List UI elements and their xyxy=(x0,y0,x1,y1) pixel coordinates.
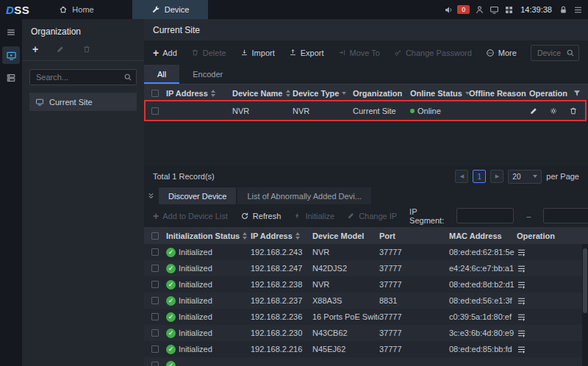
initialized-check-icon: ✓ xyxy=(166,312,176,322)
tab-all[interactable]: All xyxy=(144,65,179,84)
table-row[interactable]: ✓Initialized 192.168.2.237 X88A3S 8831 0… xyxy=(144,293,588,309)
row-checkbox[interactable] xyxy=(151,329,159,337)
initialized-check-icon: ✓ xyxy=(166,361,176,366)
initialized-check-icon: ✓ xyxy=(166,264,176,273)
tab-device[interactable]: Device xyxy=(132,0,209,19)
change-password-button[interactable]: Change Password xyxy=(394,49,472,57)
row-checkbox[interactable] xyxy=(151,107,159,115)
funnel-filter-icon[interactable] xyxy=(573,89,581,98)
rail-device-nav[interactable] xyxy=(2,46,20,64)
add-to-list-icon[interactable] xyxy=(517,296,526,306)
row-checkbox[interactable] xyxy=(151,313,159,320)
table-row[interactable]: ✓Initialized 192.168.2.243 NVR 37777 08:… xyxy=(144,244,588,260)
table-row[interactable]: ✓Initialized 192.168.2.236 16 Ports PoE … xyxy=(144,309,588,325)
add-to-list-icon[interactable] xyxy=(517,264,526,273)
device-config-icon[interactable] xyxy=(549,107,558,115)
select-all-checkbox[interactable] xyxy=(151,90,159,97)
monitor-icon[interactable] xyxy=(490,5,499,15)
tab-discover-device[interactable]: Discover Device xyxy=(159,187,236,204)
cell-port: 37777 xyxy=(379,329,449,337)
search-icon[interactable] xyxy=(566,49,575,57)
edit-icon[interactable] xyxy=(529,107,538,115)
tab-abnormally-added[interactable]: List of Abnormally Added Devi... xyxy=(237,187,370,204)
add-to-list-icon[interactable] xyxy=(517,345,526,354)
cell-ip: 192.168.2.236 xyxy=(251,312,312,321)
sort-icon[interactable] xyxy=(286,90,290,97)
initialized-check-icon: ✓ xyxy=(166,296,176,306)
ip-segment-end-input[interactable] xyxy=(543,208,588,223)
prev-page-button[interactable]: ◀ xyxy=(455,170,468,183)
rail-menu-toggle[interactable] xyxy=(2,24,20,41)
cell-port: 37777 xyxy=(379,248,449,256)
select-all-checkbox[interactable] xyxy=(151,232,159,240)
search-icon[interactable] xyxy=(123,73,132,82)
per-page-select[interactable]: 20 xyxy=(508,170,542,184)
more-label: More xyxy=(498,49,517,57)
chevron-down-icon xyxy=(533,175,537,178)
delete-device-button[interactable]: Delete xyxy=(191,49,226,57)
add-to-device-list-button[interactable]: + Add to Device List xyxy=(153,212,228,220)
sort-icon[interactable] xyxy=(243,232,247,240)
ip-segment-start-input[interactable] xyxy=(456,208,514,223)
alarm-speaker-icon[interactable] xyxy=(444,5,454,15)
key-icon xyxy=(394,49,402,57)
add-to-list-icon[interactable] xyxy=(517,329,526,338)
cell-status: Initialized xyxy=(179,296,212,305)
edit-org-button[interactable] xyxy=(56,45,65,54)
row-checkbox[interactable] xyxy=(151,362,159,366)
col-ip-address[interactable]: IP Address xyxy=(166,89,208,98)
rail-storage-nav[interactable] xyxy=(2,69,20,87)
table-row[interactable]: ✓Initialized 192.168.2.247 N42DJS2 37777… xyxy=(144,260,588,276)
refresh-button[interactable]: Refresh xyxy=(240,212,282,220)
add-device-button[interactable]: + Add xyxy=(153,49,177,57)
device-row-wrap: NVR NVR Current Site Online xyxy=(144,101,588,120)
delete-icon[interactable] xyxy=(569,107,578,115)
move-to-button[interactable]: Move To xyxy=(338,49,380,57)
organization-search-input[interactable] xyxy=(29,69,137,85)
col-device-type[interactable]: Device Type xyxy=(293,89,339,98)
tab-home[interactable]: Home xyxy=(40,0,112,19)
table-row[interactable]: NVR NVR Current Site Online xyxy=(144,101,588,120)
tree-item-current-site[interactable]: Current Site xyxy=(29,93,137,111)
filter-caret-icon[interactable] xyxy=(342,92,346,95)
add-org-button[interactable]: + xyxy=(32,45,38,54)
initialize-button[interactable]: Initialize xyxy=(293,212,334,220)
next-page-button[interactable]: ▶ xyxy=(490,170,503,183)
apps-grid-icon[interactable] xyxy=(504,5,514,15)
row-checkbox[interactable] xyxy=(151,248,159,256)
alarm-count-badge[interactable]: 0 xyxy=(457,5,470,14)
collapse-panel-button[interactable] xyxy=(144,187,157,204)
table-row[interactable]: ✓Initialized 192.168.2.230 N43CB62 37777… xyxy=(144,325,588,341)
sort-icon[interactable] xyxy=(211,90,215,97)
add-to-list-icon[interactable] xyxy=(517,312,526,322)
export-button[interactable]: Export xyxy=(289,49,324,57)
delete-org-button[interactable] xyxy=(82,45,91,54)
table-row[interactable]: ✓Initialized 192.168.2.238 NVR 37777 08:… xyxy=(144,276,588,293)
page-1-button[interactable]: 1 xyxy=(473,170,486,183)
cell-ip: 192.168.2.243 xyxy=(251,248,312,256)
lock-icon[interactable] xyxy=(559,5,568,15)
sort-icon[interactable] xyxy=(295,232,300,240)
change-ip-button[interactable]: Change IP xyxy=(347,212,397,220)
import-button[interactable]: Import xyxy=(240,49,275,57)
col-device-name[interactable]: Device Name xyxy=(232,89,283,98)
col-online-status[interactable]: Online Status xyxy=(410,89,462,98)
home-icon xyxy=(59,5,68,14)
user-icon[interactable] xyxy=(475,5,484,15)
more-button[interactable]: More xyxy=(486,49,517,57)
row-checkbox[interactable] xyxy=(151,297,159,304)
menu-icon[interactable] xyxy=(573,5,583,15)
col-initialization-status[interactable]: Initialization Status xyxy=(166,232,240,240)
row-checkbox[interactable] xyxy=(151,281,159,288)
add-to-list-icon[interactable] xyxy=(517,280,526,290)
delete-label: Delete xyxy=(203,49,226,57)
col-operation: Operation xyxy=(529,89,567,98)
scrollbar-thumb[interactable] xyxy=(583,248,587,313)
table-row[interactable]: ✓Initialized 192.168.2.216 N45EJ62 37777… xyxy=(144,341,588,357)
row-checkbox[interactable] xyxy=(151,345,159,353)
tab-encoder[interactable]: Encoder xyxy=(179,65,236,84)
add-to-list-icon[interactable] xyxy=(517,248,526,257)
row-checkbox[interactable] xyxy=(151,265,159,272)
table-row-partial[interactable]: ✓ xyxy=(144,357,588,366)
col-ip-address[interactable]: IP Address xyxy=(251,232,293,240)
